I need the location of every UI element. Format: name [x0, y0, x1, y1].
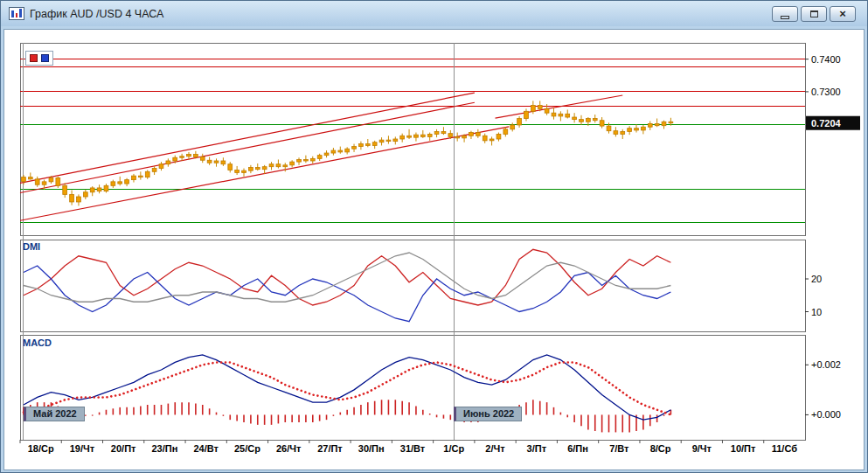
candlestick[interactable] [441, 131, 446, 133]
candlestick[interactable] [628, 129, 632, 132]
candlestick[interactable] [262, 167, 267, 170]
candlestick[interactable] [317, 156, 322, 159]
candlestick[interactable] [111, 182, 115, 185]
candlestick[interactable] [352, 147, 357, 150]
chart-canvas[interactable]: 0.74000.73000.72042010+0.002+0.000 [4, 30, 864, 470]
candlestick[interactable] [524, 111, 529, 118]
candlestick[interactable] [607, 126, 611, 131]
candlestick[interactable] [621, 131, 625, 134]
candlestick[interactable] [434, 131, 439, 134]
candlestick[interactable] [669, 122, 673, 122]
candlestick[interactable] [138, 176, 142, 177]
candlestick[interactable] [152, 169, 156, 172]
candlestick[interactable] [379, 140, 384, 143]
candlestick[interactable] [655, 123, 659, 125]
candlestick[interactable] [531, 106, 535, 112]
candlestick[interactable] [455, 136, 460, 137]
candlestick[interactable] [469, 133, 474, 136]
candlestick[interactable] [580, 120, 584, 122]
maximize-button[interactable] [801, 6, 827, 22]
candlestick[interactable] [359, 144, 364, 147]
candlestick[interactable] [83, 192, 87, 197]
candlestick[interactable] [510, 125, 515, 129]
series-legend[interactable] [25, 51, 53, 66]
candlestick[interactable] [207, 160, 212, 163]
candlestick[interactable] [187, 155, 191, 157]
candlestick[interactable] [310, 158, 315, 161]
candlestick[interactable] [97, 188, 101, 191]
candlestick[interactable] [331, 150, 336, 153]
candlestick[interactable] [462, 136, 467, 138]
candlestick[interactable] [635, 129, 639, 130]
candlestick[interactable] [593, 119, 597, 121]
candlestick[interactable] [641, 127, 645, 130]
candlestick[interactable] [193, 155, 198, 157]
candlestick[interactable] [517, 119, 522, 125]
candlestick[interactable] [56, 177, 60, 185]
close-button[interactable]: × [830, 6, 856, 22]
candlestick[interactable] [648, 123, 652, 127]
candlestick[interactable] [393, 139, 398, 142]
candlestick[interactable] [90, 188, 94, 192]
candlestick[interactable] [145, 171, 149, 177]
candlestick[interactable] [269, 164, 274, 167]
candlestick[interactable] [255, 167, 260, 169]
candlestick[interactable] [42, 182, 46, 184]
candlestick[interactable] [221, 161, 226, 164]
candlestick[interactable] [414, 135, 419, 137]
titlebar[interactable]: График AUD /USD 4 ЧАСА × [1, 1, 867, 26]
candlestick[interactable] [476, 133, 480, 136]
candlestick[interactable] [70, 194, 74, 202]
candlestick[interactable] [559, 114, 563, 116]
candlestick[interactable] [324, 153, 329, 156]
candlestick[interactable] [386, 140, 391, 141]
candlestick[interactable] [125, 180, 129, 184]
candlestick[interactable] [614, 131, 618, 135]
candlestick[interactable] [297, 159, 302, 162]
candlestick[interactable] [490, 139, 494, 141]
candlestick[interactable] [545, 108, 549, 113]
candlestick[interactable] [63, 185, 67, 194]
candlestick[interactable] [159, 164, 163, 169]
candlestick[interactable] [365, 144, 370, 146]
candlestick[interactable] [242, 170, 247, 172]
candlestick[interactable] [407, 136, 412, 137]
candlestick[interactable] [600, 121, 604, 126]
candlestick[interactable] [200, 157, 205, 161]
candlestick[interactable] [420, 135, 425, 136]
blue-series-swatch[interactable] [41, 54, 49, 62]
candlestick[interactable] [483, 136, 487, 141]
minus-di-line[interactable] [24, 266, 670, 322]
macd-signal-line[interactable] [24, 362, 670, 414]
candlestick[interactable] [345, 149, 350, 152]
candlestick[interactable] [276, 164, 281, 167]
candlestick[interactable] [118, 182, 122, 184]
candlestick[interactable] [662, 122, 666, 125]
candlestick[interactable] [22, 177, 26, 182]
candlestick[interactable] [35, 179, 39, 184]
candlestick[interactable] [338, 150, 343, 152]
candlestick[interactable] [427, 134, 432, 136]
candlestick[interactable] [400, 136, 405, 139]
minimize-button[interactable] [772, 6, 798, 22]
candlestick[interactable] [538, 106, 542, 109]
candlestick[interactable] [180, 157, 184, 157]
candlestick[interactable] [235, 170, 240, 172]
candlestick[interactable] [49, 177, 53, 181]
candlestick[interactable] [77, 197, 81, 202]
candlestick[interactable] [304, 159, 309, 160]
candlestick[interactable] [28, 177, 32, 179]
candlestick[interactable] [248, 167, 253, 170]
candlestick[interactable] [104, 185, 108, 191]
candlestick[interactable] [503, 129, 508, 135]
candlestick[interactable] [586, 119, 590, 122]
candlestick[interactable] [173, 157, 177, 161]
candlestick[interactable] [496, 134, 501, 139]
red-series-swatch[interactable] [30, 54, 38, 62]
candlestick[interactable] [166, 161, 170, 164]
candlestick[interactable] [448, 134, 453, 137]
candlestick[interactable] [372, 143, 377, 146]
trendline[interactable] [20, 102, 475, 192]
candlestick[interactable] [283, 165, 288, 167]
candlestick[interactable] [290, 162, 295, 165]
